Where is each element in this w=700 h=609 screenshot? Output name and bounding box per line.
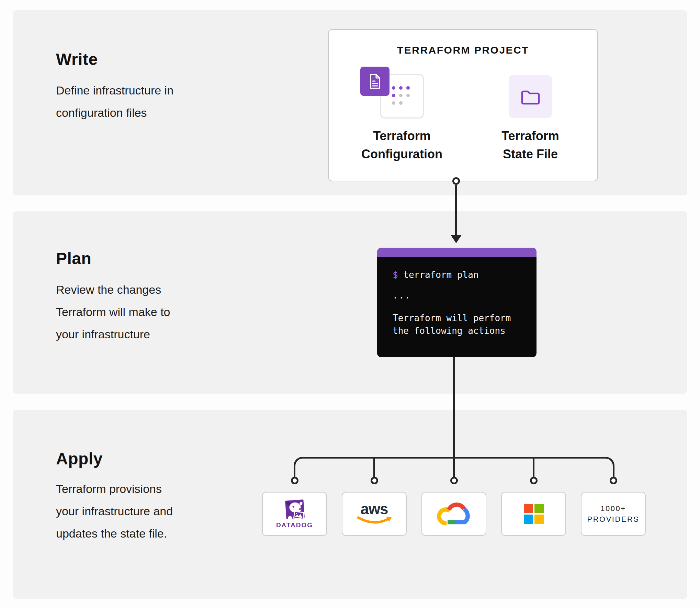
terraform-state-file-icon [509,75,552,118]
write-heading: Write [56,50,98,69]
branch-drop-3 [453,459,455,477]
more-providers-label: 1000+ PROVIDERS [587,503,639,525]
aws-wordmark: aws [360,503,388,516]
terminal-command: terraform plan [398,270,479,280]
arrow-down-icon [451,235,462,243]
terminal-output: Terraform will perform the following act… [393,312,530,337]
provider-card-1000-providers: 1000+ PROVIDERS [581,492,646,536]
terminal-title-bar [377,248,537,257]
apply-description: Terraform provisions your infrastructure… [56,478,173,545]
connector-ring-datadog [291,477,298,484]
terraform-state-file-label: Terraform State File [470,127,590,163]
document-icon [360,67,389,96]
connector-ring-aws [371,477,378,484]
microsoft-logo-icon [524,504,544,524]
connector-ring-microsoft [530,477,538,484]
terraform-workflow-diagram: Write Define infrastructure in configura… [0,0,700,609]
connector-ring-gcloud [450,477,458,484]
terraform-project-title: TERRAFORM PROJECT [329,44,597,56]
connector-ring-more [610,477,617,484]
terraform-configuration-label: Terraform Configuration [342,127,462,163]
terminal-prompt: $ [393,270,398,280]
datadog-logo-icon [283,499,307,521]
terminal-command-line: $ terraform plan [393,269,530,281]
configuration-dots-grid [392,86,410,105]
connector-line-plan-apply [453,357,455,458]
provider-card-aws: aws [342,492,407,536]
write-description: Define infrastructure in configuration f… [56,79,173,124]
provider-card-google-cloud [421,492,486,536]
branch-drop-4 [533,459,534,477]
plan-description: Review the changes Terraform will make t… [56,279,170,346]
terminal-body: $ terraform plan ... Terraform will perf… [377,257,537,357]
folder-icon [520,88,541,105]
connector-ring-top [452,177,460,185]
datadog-wordmark: DATADOG [276,521,313,529]
branch-drop-2 [373,459,375,477]
apply-heading: Apply [56,449,103,469]
aws-smile-icon [357,516,392,525]
provider-card-datadog: DATADOG [262,492,327,536]
terminal-ellipsis: ... [393,290,530,301]
provider-card-microsoft [501,492,566,536]
terraform-plan-terminal: $ terraform plan ... Terraform will perf… [377,248,537,357]
google-cloud-logo-icon [434,499,474,529]
connector-line-write-plan [455,185,457,236]
plan-heading: Plan [56,249,91,268]
terraform-project-card: TERRAFORM PROJECT Terraform Configuratio… [328,29,598,181]
